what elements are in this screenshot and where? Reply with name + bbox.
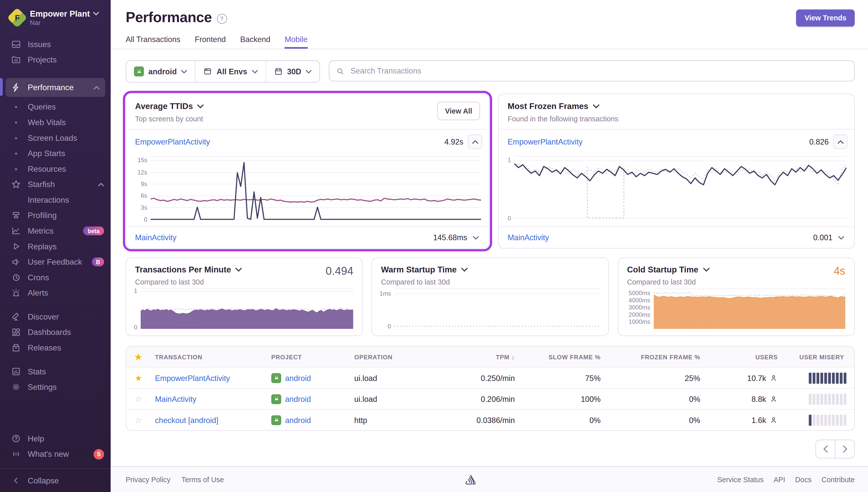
sidebar-item-alerts[interactable]: Alerts (0, 285, 111, 301)
tpm-cell: 0.250/min (448, 373, 519, 382)
sidebar-item-discover[interactable]: Discover (0, 309, 111, 324)
axis-tick-label: 3s (141, 204, 147, 211)
sidebar-item-stats[interactable]: Stats (0, 364, 111, 379)
environment-filter[interactable]: All Envs (195, 61, 265, 82)
date-range-filter[interactable]: 30D (265, 61, 320, 82)
sidebar-item-interactions[interactable]: Interactions (0, 192, 111, 208)
sidebar-item-resources[interactable]: •Resources (0, 161, 111, 177)
project-link[interactable]: android (285, 373, 311, 382)
transaction-link[interactable]: MainActivity (155, 395, 196, 403)
view-trends-button[interactable]: View Trends (796, 9, 854, 26)
sidebar-item-app-starts[interactable]: •App Starts (0, 146, 111, 161)
chevron-up-icon (98, 182, 104, 186)
expand-series-button[interactable] (837, 235, 845, 241)
axis-tick-label: 0 (144, 216, 147, 223)
transaction-link[interactable]: MainActivity (508, 233, 549, 242)
tab-frontend[interactable]: Frontend (195, 35, 226, 49)
privacy-policy-link[interactable]: Privacy Policy (126, 475, 171, 484)
transaction-link[interactable]: EmpowerPlantActivity (508, 137, 583, 146)
collapse-button[interactable]: Collapse (0, 473, 111, 489)
transaction-link[interactable]: checkout [android] (155, 415, 219, 424)
tpm-value: 0.494 (326, 265, 353, 277)
org-switcher[interactable]: Ϝ Empower Plant Nar (0, 0, 111, 34)
average-ttids-title-dropdown[interactable]: Average TTIDs (135, 101, 480, 110)
terms-of-use-link[interactable]: Terms of Use (181, 475, 224, 484)
sidebar-item-screen-loads[interactable]: •Screen Loads (0, 130, 111, 146)
transaction-link[interactable]: MainActivity (135, 233, 176, 242)
table-row: ☆checkout [android]androidhttp0.0386/min… (126, 409, 854, 430)
tab-backend[interactable]: Backend (240, 35, 271, 49)
transactions-table: ★ TRANSACTION PROJECT OPERATION TPM ↓ SL… (126, 346, 854, 430)
transaction-link[interactable]: EmpowerPlantActivity (155, 373, 230, 382)
bullet-icon: • (11, 149, 21, 157)
contribute-link[interactable]: Contribute (821, 475, 854, 484)
profiling-icon (11, 211, 21, 221)
sidebar-item-help[interactable]: Help (0, 431, 111, 446)
star-toggle[interactable]: ★ (126, 373, 151, 383)
next-page-button[interactable] (835, 440, 854, 459)
collapse-series-button[interactable] (468, 134, 482, 149)
android-project-icon (271, 373, 281, 383)
api-link[interactable]: API (773, 475, 785, 484)
table-row: ☆MainActivityandroidui.load0.206/min100%… (126, 388, 854, 409)
feedback-icon (11, 257, 21, 267)
project-filter[interactable]: android (126, 61, 195, 82)
project-link[interactable]: android (285, 415, 311, 424)
search-input[interactable] (350, 66, 847, 76)
what-s-new-badge: 5 (94, 449, 104, 459)
tab-mobile[interactable]: Mobile (285, 35, 308, 49)
sidebar-nav: IssuesProjectsPerformance•Queries•Web Vi… (0, 34, 111, 430)
user-misery-bars (782, 372, 852, 384)
expand-series-button[interactable] (472, 235, 480, 241)
star-column-header-icon[interactable]: ★ (126, 352, 151, 362)
col-slow-frame: SLOW FRAME % (519, 353, 605, 360)
most-frozen-frames-title-dropdown[interactable]: Most Frozen Frames (508, 101, 845, 110)
sidebar-item-replays[interactable]: Replays (0, 239, 111, 254)
project-link[interactable]: android (285, 395, 311, 403)
user-icon (770, 416, 778, 424)
bullet-icon: • (11, 134, 21, 142)
chevron-down-icon (306, 70, 312, 73)
col-tpm-sort[interactable]: TPM ↓ (448, 353, 519, 360)
axis-tick-label: 5000ms (629, 290, 650, 296)
docs-link[interactable]: Docs (795, 475, 812, 484)
sidebar-item-what-s-new[interactable]: What's new5 (0, 446, 111, 462)
settings-icon (11, 382, 21, 392)
tpm-title-dropdown[interactable]: Transactions Per Minute (135, 265, 353, 274)
sidebar-item-metrics[interactable]: Metricsbeta (0, 223, 111, 239)
stats-icon (11, 367, 21, 377)
search-transactions[interactable] (329, 60, 854, 81)
col-users: USERS (705, 353, 782, 360)
table-row: ★EmpowerPlantActivityandroidui.load0.250… (126, 367, 854, 388)
sidebar-item-releases[interactable]: Releases (0, 340, 111, 355)
cold-startup-title-dropdown[interactable]: Cold Startup Time (627, 265, 845, 274)
sidebar-item-profiling[interactable]: Profiling (0, 208, 111, 223)
sidebar-item-dashboards[interactable]: Dashboards (0, 324, 111, 340)
sidebar-item-queries[interactable]: •Queries (0, 99, 111, 115)
transaction-link[interactable]: EmpowerPlantActivity (135, 137, 210, 146)
sidebar-item-user-feedback[interactable]: User FeedbackB (0, 254, 111, 270)
sidebar-item-starfish[interactable]: Starfish (0, 176, 111, 192)
sidebar-item-crons[interactable]: Crons (0, 270, 111, 285)
footer: Privacy Policy Terms of Use Service Stat… (111, 466, 868, 492)
warm-startup-title-dropdown[interactable]: Warm Startup Time (381, 265, 599, 274)
help-icon[interactable]: ? (217, 14, 227, 24)
chevron-down-icon (593, 104, 599, 108)
slow-frame-cell: 75% (519, 373, 605, 382)
sidebar-item-web-vitals[interactable]: •Web Vitals (0, 115, 111, 130)
chevron-down-icon (703, 267, 709, 272)
user-misery-bars (782, 414, 852, 425)
previous-page-button[interactable] (815, 440, 835, 459)
star-toggle[interactable]: ☆ (126, 394, 151, 404)
view-all-button[interactable]: View All (437, 102, 480, 120)
tab-all-transactions[interactable]: All Transactions (126, 35, 180, 49)
sidebar-item-projects[interactable]: Projects (0, 52, 111, 68)
sidebar-item-settings[interactable]: Settings (0, 379, 111, 395)
sidebar-item-issues[interactable]: Issues (0, 36, 111, 52)
cold-startup-value: 4s (834, 265, 845, 277)
average-ttids-subtitle: Top screens by count (135, 115, 480, 123)
service-status-link[interactable]: Service Status (717, 475, 764, 484)
sidebar-item-performance[interactable]: Performance (5, 78, 105, 97)
star-toggle[interactable]: ☆ (126, 415, 151, 425)
collapse-series-button[interactable] (833, 134, 847, 149)
